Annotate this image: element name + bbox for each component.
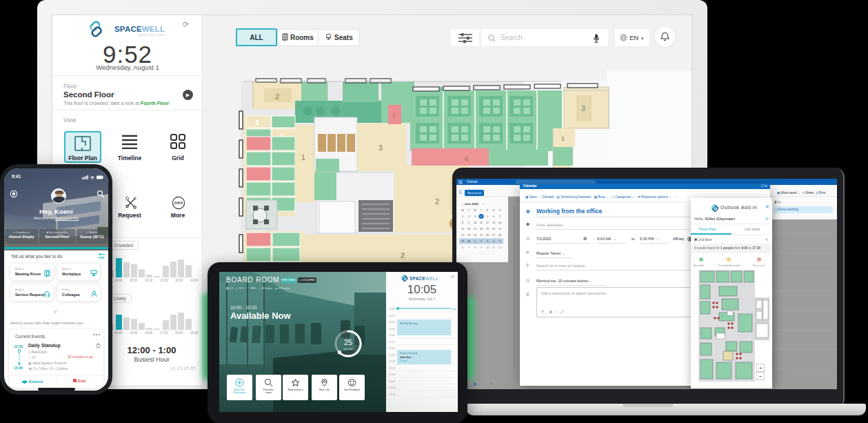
svg-text:now: now [452,308,456,311]
svg-text:4: 4 [481,215,482,218]
svg-text:17:00: 17:00 [160,279,168,282]
svg-text:2: 2 [481,240,482,243]
svg-text:19:00: 19:00 [190,331,199,334]
svg-text:17: 17 [474,228,476,230]
svg-text:16: 16 [467,228,470,230]
svg-text:S: S [493,209,495,212]
svg-text:2: 2 [435,197,439,206]
svg-text:min left: min left [344,347,354,351]
svg-text:24: 24 [474,234,476,237]
svg-text:11:45: 11:45 [389,354,395,357]
svg-text:11: 11 [480,222,483,224]
svg-text:12: 12 [498,246,501,249]
svg-text:3: 3 [379,144,383,152]
svg-text:10:15: 10:15 [389,315,395,317]
svg-text:John Doe: John Doe [400,356,411,359]
svg-text:T: T [481,209,483,212]
svg-text:12:45: 12:45 [389,380,395,383]
svg-text:F: F [487,209,489,212]
svg-text:6: 6 [493,215,494,218]
svg-text:11: 11 [492,246,495,249]
svg-text:18:00: 18:00 [175,279,183,282]
svg-text:18: 18 [480,228,483,230]
svg-text:19: 19 [486,228,489,230]
svg-text:26: 26 [486,234,489,237]
svg-text:2: 2 [468,215,470,218]
svg-text:2: 2 [275,92,279,101]
svg-text:Project meeting: Project meeting [400,352,417,355]
svg-text:8: 8 [474,246,476,249]
svg-text:2: 2 [392,112,396,119]
svg-text:16:00: 16:00 [145,331,153,334]
svg-text:29: 29 [461,240,464,243]
svg-text:10:30: 10:30 [389,321,395,324]
svg-text:5: 5 [499,240,501,243]
svg-text:10:45: 10:45 [389,328,395,331]
svg-text:9: 9 [468,222,470,224]
svg-text:28: 28 [498,234,501,237]
svg-text:3: 3 [487,240,488,243]
svg-text:M: M [461,209,463,212]
svg-text:3: 3 [474,215,476,218]
svg-text:25: 25 [344,338,352,346]
svg-text:A NEMETSCHEK COMPANY: A NEMETSCHEK COMPANY [138,34,166,37]
svg-text:7: 7 [468,246,470,249]
svg-text:1: 1 [462,215,463,218]
svg-text:12:00: 12:00 [389,360,395,363]
svg-text:8: 8 [462,222,463,224]
svg-text:S: S [499,209,501,212]
svg-text:11:30: 11:30 [389,347,395,350]
svg-text:1: 1 [474,240,476,243]
svg-text:Weekly Meeting: Weekly Meeting [400,322,418,325]
svg-text:SPACEWELL: SPACEWELL [410,276,438,281]
svg-text:10:00: 10:00 [389,308,395,311]
svg-text:11:00: 11:00 [389,334,395,337]
svg-text:1: 1 [301,154,305,161]
svg-text:15:00: 15:00 [130,331,138,334]
svg-text:15:00: 15:00 [130,279,138,282]
svg-text:13:00: 13:00 [389,386,395,389]
svg-text:10: 10 [486,246,489,249]
svg-text:22: 22 [461,234,464,237]
svg-text:18:00: 18:00 [175,331,183,334]
svg-text:23: 23 [467,234,470,237]
svg-text:30: 30 [467,240,470,243]
svg-text:25: 25 [480,234,483,237]
svg-text:1: 1 [561,135,565,142]
svg-text:1: 1 [256,119,259,126]
svg-text:SPACEWELL: SPACEWELL [114,25,165,33]
svg-text:16:00: 16:00 [145,279,153,282]
svg-text:17:00: 17:00 [160,331,168,334]
svg-text:20: 20 [492,228,495,230]
svg-text:13:15: 13:15 [389,393,395,396]
svg-text:14: 14 [498,222,501,224]
svg-text:27: 27 [492,234,495,237]
svg-text:6: 6 [462,246,463,249]
svg-text:4: 4 [464,155,469,163]
svg-text:12: 12 [486,222,489,224]
svg-text:3: 3 [581,104,585,112]
svg-text:14:00: 14:00 [114,331,123,334]
svg-text:9: 9 [481,246,482,249]
svg-text:5: 5 [487,215,488,218]
svg-text:11:15: 11:15 [389,341,395,344]
svg-text:19:00: 19:00 [190,279,199,282]
svg-text:15: 15 [461,228,464,230]
svg-text:T: T [468,209,470,212]
svg-text:12:30: 12:30 [389,373,395,376]
svg-text:W: W [474,209,476,212]
svg-text:10: 10 [474,222,476,224]
svg-text:2: 2 [401,251,405,259]
svg-text:7: 7 [499,215,501,218]
svg-text:14:00: 14:00 [114,279,123,282]
svg-text:12:15: 12:15 [389,367,395,370]
svg-text:13: 13 [492,222,495,224]
svg-text:4: 4 [493,240,494,243]
svg-text:21: 21 [498,228,501,230]
svg-text:Kanda: Kanda [400,360,407,362]
